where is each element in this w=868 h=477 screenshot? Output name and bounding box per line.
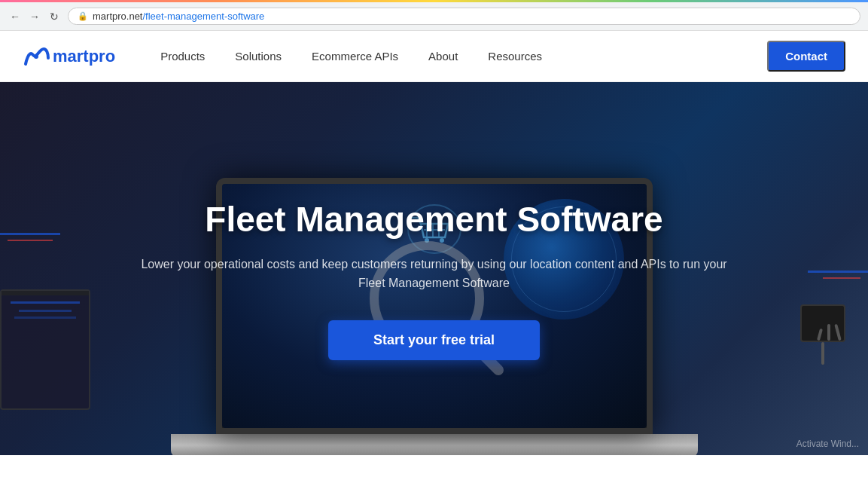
contact-button[interactable]: Contact xyxy=(767,41,845,72)
nav-resources[interactable]: Resources xyxy=(488,50,542,63)
hero-section: Fleet Management Software Lower your ope… xyxy=(0,82,868,455)
address-bar[interactable]: 🔒 martpro.net/fleet-management-software xyxy=(68,8,860,25)
refresh-button[interactable]: ↻ xyxy=(47,9,62,24)
nav-links: Products Solutions Ecommerce APIs About … xyxy=(160,50,767,63)
back-button[interactable]: ← xyxy=(8,9,23,24)
nav-products[interactable]: Products xyxy=(160,50,205,63)
navbar: martpro Products Solutions Ecommerce API… xyxy=(0,31,868,82)
hero-title: Fleet Management Software xyxy=(205,200,662,240)
logo-text: martpro xyxy=(53,47,115,66)
logo-icon xyxy=(23,46,50,67)
logo[interactable]: martpro xyxy=(23,46,115,67)
forward-button[interactable]: → xyxy=(27,9,42,24)
nav-solutions[interactable]: Solutions xyxy=(235,50,282,63)
hero-cta-button[interactable]: Start your free trial xyxy=(328,320,540,360)
browser-controls: ← → ↻ xyxy=(8,9,62,24)
hero-content: Fleet Management Software Lower your ope… xyxy=(0,82,868,455)
browser-chrome: ← → ↻ 🔒 martpro.net/fleet-management-sof… xyxy=(0,2,868,31)
address-url: martpro.net/fleet-management-software xyxy=(93,11,264,22)
nav-about[interactable]: About xyxy=(428,50,458,63)
svg-point-0 xyxy=(34,54,38,59)
nav-ecommerce-apis[interactable]: Ecommerce APIs xyxy=(312,50,398,63)
activate-watermark: Activate Wind... xyxy=(796,439,859,449)
lock-icon: 🔒 xyxy=(78,11,88,21)
hero-subtitle: Lower your operational costs and keep cu… xyxy=(141,255,728,293)
